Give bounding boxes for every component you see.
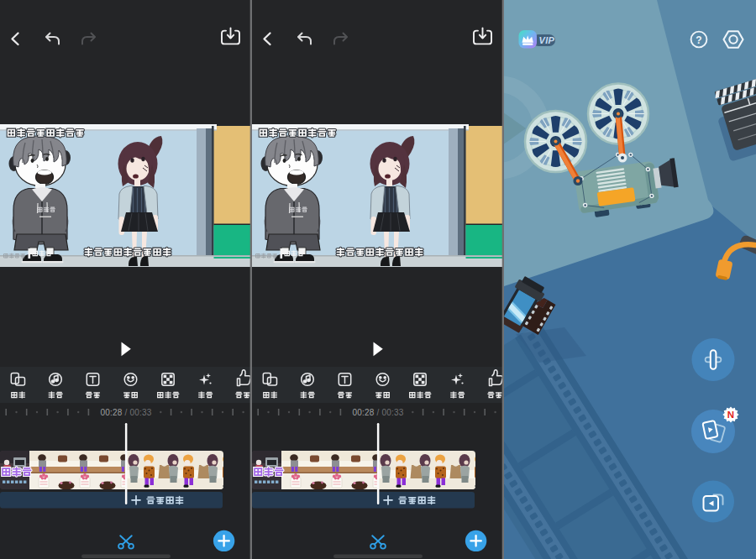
svg-text:VIP: VIP [539,35,555,45]
svg-text:00:28 / 00:33: 00:28 / 00:33 [101,408,152,417]
svg-text:N: N [727,410,734,420]
svg-text:?: ? [696,34,701,46]
